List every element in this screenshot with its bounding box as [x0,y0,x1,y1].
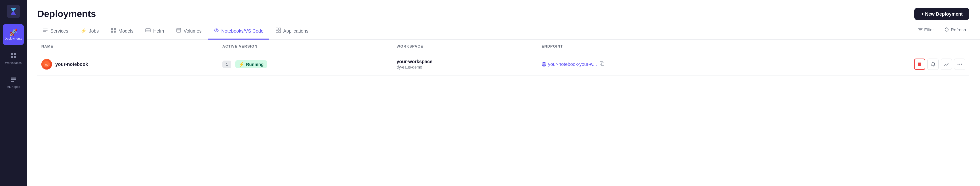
col-header-active-version: ACTIVE VERSION [218,39,393,53]
metrics-button[interactable] [941,58,952,70]
svg-rect-10 [111,28,113,30]
svg-rect-11 [114,28,116,30]
app-logo[interactable] [6,4,21,19]
col-header-workspace: WORKSPACE [393,39,538,53]
svg-rect-13 [114,31,116,33]
tab-notebooks-label: Notebooks/VS Code [221,28,264,34]
page-header: Deployments + New Deployment [27,0,980,20]
sidebar-item-workspaces-label: Workspaces [5,61,21,65]
svg-rect-31 [918,63,921,66]
svg-rect-21 [276,28,278,30]
version-badge: 1 [222,61,231,68]
deployments-table-container: NAME ACTIVE VERSION WORKSPACE ENDPOINT [27,39,980,186]
workspace-sub: tfy-eaus-demo [397,65,534,69]
ellipsis-icon [957,63,963,65]
sidebar-item-ml-repos[interactable]: ML Repos [3,72,24,93]
endpoint-link[interactable]: your-notebook-your-w... [542,61,597,67]
stop-button[interactable] [914,58,925,70]
workspaces-icon [10,52,17,60]
tab-helm-label: Helm [153,28,164,34]
deployments-table: NAME ACTIVE VERSION WORKSPACE ENDPOINT [37,39,969,76]
svg-point-33 [959,64,960,65]
copy-icon[interactable] [600,61,605,67]
col-header-endpoint: ENDPOINT [538,39,773,53]
tab-models-label: Models [118,28,133,34]
deployments-icon: 🚀 [10,29,18,36]
status-label: Running [246,62,264,67]
tabs-bar: Services ⚡ Jobs Models [27,23,980,39]
ml-repos-icon [10,76,17,84]
svg-rect-22 [278,28,281,30]
row-actions-cell [773,53,970,76]
table-header: NAME ACTIVE VERSION WORKSPACE ENDPOINT [37,39,969,53]
running-icon: ⚡ [239,61,244,67]
sidebar-item-deployments[interactable]: 🚀 Deployments [3,24,24,45]
avatar: nb [41,59,52,69]
endpoint-cell: your-notebook-your-w... [538,53,773,76]
tab-actions: Filter Refresh [915,25,969,37]
main-content: Deployments + New Deployment Services ⚡ … [27,0,980,186]
stop-icon [918,62,922,66]
notebook-avatar-icon: nb [43,61,50,68]
svg-line-20 [216,28,217,32]
filter-label: Filter [924,27,934,32]
jobs-icon: ⚡ [80,28,87,34]
tab-applications[interactable]: Applications [270,23,314,39]
tab-services-label: Services [50,28,68,34]
sidebar-item-workspaces[interactable]: Workspaces [3,48,24,69]
tab-volumes-label: Volumes [184,28,202,34]
tab-notebooks-vs-code[interactable]: Notebooks/VS Code [208,23,269,39]
helm-icon [145,28,151,34]
tab-volumes[interactable]: Volumes [171,23,207,39]
filter-button[interactable]: Filter [915,25,937,34]
svg-rect-12 [111,31,113,33]
row-actions [777,58,966,70]
notebooks-icon [214,28,219,34]
sidebar-item-ml-repos-label: ML Repos [7,85,20,89]
deployment-name-cell: nb your-notebook [37,53,218,76]
page-title: Deployments [37,9,96,19]
svg-rect-9 [11,81,14,82]
svg-text:nb: nb [45,63,49,66]
col-header-actions [773,39,970,53]
active-version-cell: 1 ⚡ Running [218,53,393,76]
bell-icon [931,62,935,67]
volumes-icon [176,28,181,34]
col-header-name: NAME [37,39,218,53]
more-options-button[interactable] [954,58,965,70]
table-body: nb your-notebook 1 ⚡ Running [37,53,969,76]
svg-rect-4 [14,53,16,55]
tab-helm[interactable]: Helm [140,23,169,39]
deployment-name: your-notebook [55,61,88,67]
endpoint-text: your-notebook-your-w... [548,61,597,67]
refresh-button[interactable]: Refresh [941,25,969,34]
tab-models[interactable]: Models [105,23,138,39]
workspace-cell: your-workspace tfy-eaus-demo [393,53,538,76]
filter-icon [918,27,923,32]
svg-rect-23 [276,31,278,33]
svg-rect-24 [278,31,281,33]
status-badge: ⚡ Running [235,60,267,68]
svg-rect-6 [14,56,16,58]
chart-icon [944,62,949,67]
svg-point-32 [957,64,958,65]
sidebar-item-deployments-label: Deployments [5,37,22,41]
svg-rect-5 [11,56,13,58]
svg-rect-8 [11,79,16,80]
applications-icon [276,28,281,34]
tab-jobs[interactable]: ⚡ Jobs [75,23,104,39]
tab-applications-label: Applications [283,28,309,34]
svg-rect-30 [601,63,604,66]
table-row: nb your-notebook 1 ⚡ Running [37,53,969,76]
tab-services[interactable]: Services [37,23,74,39]
svg-rect-3 [11,53,13,55]
globe-icon [542,62,546,66]
new-deployment-button[interactable]: + New Deployment [914,8,969,20]
sidebar: 🚀 Deployments Workspaces ML Repos [0,0,27,186]
refresh-label: Refresh [951,27,966,32]
svg-rect-7 [11,77,16,79]
alert-button[interactable] [928,58,939,70]
deployment-name-wrapper: nb your-notebook [41,59,214,69]
tab-jobs-label: Jobs [89,28,99,34]
refresh-icon [944,27,949,32]
